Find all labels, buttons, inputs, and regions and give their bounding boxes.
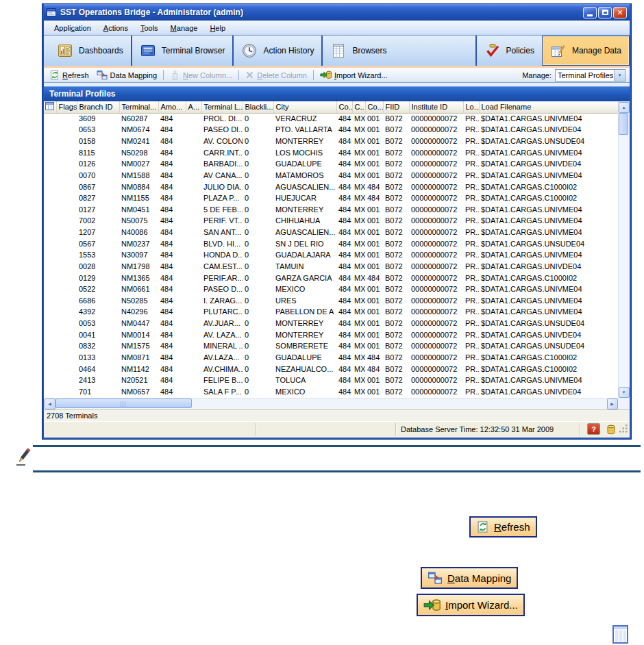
record-count: 2708 Terminals <box>47 412 97 420</box>
tab-dashboards[interactable]: Dashboards <box>49 36 131 66</box>
column-header[interactable]: Terminal L... <box>201 101 243 113</box>
tab-manage-data[interactable]: Manage Data <box>542 36 630 66</box>
resize-grip[interactable] <box>619 424 628 436</box>
column-header[interactable]: Branch ID <box>77 101 119 113</box>
table-cell: 00000000072 <box>409 125 463 136</box>
table-cell: $DATA1.CARGAS.UNIVME04 <box>479 147 618 159</box>
table-row[interactable]: 0133NM0871484AV.LAZA...0GUADALUPE484MX48… <box>44 352 618 364</box>
tab-terminal-browser[interactable]: Terminal Browser <box>132 36 233 66</box>
data-mapping-label: Data Mapping <box>110 71 158 79</box>
tab-policies[interactable]: Policies <box>477 36 542 66</box>
column-header[interactable]: Flags <box>56 101 77 113</box>
table-row[interactable]: 0126NM0027484BARBADI...0GUADALUPE484MX00… <box>44 159 618 170</box>
scroll-right-button[interactable]: ▶ <box>607 399 618 409</box>
scroll-down-button[interactable]: ▼ <box>619 387 630 398</box>
refresh-callout-button[interactable]: Refresh <box>469 516 537 538</box>
vertical-scroll-track[interactable] <box>618 113 630 386</box>
column-chooser-header[interactable] <box>44 101 56 113</box>
table-row[interactable]: 0129NM1365484PERIF.AR...0GARZA GARCIA484… <box>44 273 618 284</box>
menu-item-actions[interactable]: Actions <box>97 23 134 34</box>
menu-item-tools[interactable]: Tools <box>134 23 164 34</box>
table-cell: B072 <box>383 181 409 193</box>
table-cell: MX <box>352 204 365 216</box>
column-header[interactable]: A... <box>186 101 201 113</box>
scroll-left-button[interactable]: ◀ <box>45 399 55 409</box>
column-header[interactable]: City <box>273 101 336 113</box>
table-row[interactable]: 0127NM04514845 DE FEB...0MONTERREY484MX0… <box>44 204 618 216</box>
column-header[interactable]: FIID <box>383 101 409 113</box>
table-cell: 001 <box>365 261 383 273</box>
table-cell: 484 <box>158 295 186 307</box>
table-row[interactable]: 0070NM1588484AV CANA...0MATAMOROS484MX00… <box>44 170 618 181</box>
column-header[interactable]: Load Filename <box>479 101 618 113</box>
table-row[interactable]: 0053NM0447484AV.JUAR...0MONTERREY484MX00… <box>44 318 618 329</box>
column-header[interactable]: Terminal... <box>119 101 158 113</box>
minimize-button[interactable] <box>583 7 597 18</box>
table-row[interactable]: 3609N60287484PROL. DI...0VERACRUZ484MX00… <box>44 113 618 125</box>
menu-item-manage[interactable]: Manage <box>164 23 204 34</box>
table-row[interactable]: 0028NM1798484CAM.EST...0TAMUIN484MX001B0… <box>44 261 618 273</box>
table-cell: 1553 <box>77 250 119 262</box>
close-button[interactable]: ✕ <box>613 7 627 18</box>
data-mapping-callout-label: Data Mapping <box>447 572 511 584</box>
table-row[interactable]: 7002N50075484PERIF. VT...0CHIHUAHUA484MX… <box>44 216 618 227</box>
delete-column-button[interactable]: Delete Column <box>243 70 310 80</box>
data-mapping-callout-button[interactable]: Data Mapping <box>421 567 518 589</box>
table-row[interactable]: 0653NM0674484PASEO DI...0PTO. VALLARTA48… <box>44 125 618 136</box>
table-cell: 0 <box>243 273 273 284</box>
column-header[interactable]: Lo... <box>463 101 479 113</box>
table-row[interactable]: 2413N20521484FELIPE B...0TOLUCA484MX001B… <box>44 375 618 386</box>
horizontal-scrollbar[interactable]: ◀ ▶ <box>44 398 618 409</box>
table-cell: PR... <box>463 352 479 364</box>
dropdown-arrow-icon[interactable]: ▼ <box>614 70 625 81</box>
column-header[interactable]: Institute ID <box>409 101 463 113</box>
new-column-button[interactable]: New Column... <box>167 69 235 81</box>
table-cell: 484 <box>365 192 383 204</box>
table-cell <box>44 125 56 136</box>
import-wizard-callout-button[interactable]: Import Wizard... <box>417 594 525 616</box>
table-row[interactable]: 0832NM1575484MINERAL ...0SOMBRERETE484MX… <box>44 341 618 353</box>
horizontal-scroll-thumb[interactable] <box>55 399 192 408</box>
table-row[interactable]: 1553N30097484HONDA D...0GUADALAJARA484MX… <box>44 250 618 262</box>
help-icon[interactable]: ? <box>587 423 600 435</box>
table-row[interactable]: 0522NM0661484PASEO D...0MEXICO484MX001B0… <box>44 283 618 295</box>
column-header[interactable]: Blackli... <box>243 101 273 113</box>
vertical-scroll-thumb[interactable] <box>619 113 628 135</box>
manage-dropdown[interactable]: Terminal Profiles ▼ <box>555 69 626 81</box>
table-cell: 484 <box>158 386 186 398</box>
table-row[interactable]: 4392N40296484PLUTARC...0PABELLON DE A484… <box>44 307 618 318</box>
table-cell <box>186 329 201 341</box>
table-row[interactable]: 0567NM0237484BLVD. HI...0SN J DEL RIO484… <box>44 238 618 250</box>
table-cell <box>56 307 77 318</box>
vertical-scrollbar[interactable]: ▲ ▼ <box>618 101 630 398</box>
maximize-button[interactable] <box>598 7 612 18</box>
table-cell: GUADALUPE <box>273 159 336 170</box>
table-cell: 001 <box>365 318 383 329</box>
column-header[interactable]: C.. <box>352 101 365 113</box>
table-row[interactable]: 0158NM0241484AV. COLON0MONTERREY484MX001… <box>44 136 618 147</box>
table-cell <box>44 307 56 318</box>
table-row[interactable]: 6686N50285484I. ZARAG...0URES484MX001B07… <box>44 295 618 307</box>
menu-item-help[interactable]: Help <box>203 23 232 34</box>
table-row[interactable]: 0827NM1155484PLAZA P...0HUEJUCAR484MX484… <box>44 192 618 204</box>
scroll-up-button[interactable]: ▲ <box>619 102 630 113</box>
table-row[interactable]: 0867NM0884484JULIO DIA...0AGUASCALIEN...… <box>44 181 618 193</box>
tab-action-history[interactable]: Action History <box>234 36 321 66</box>
table-row[interactable]: 8115N50298484CARR.INT...0LOS MOCHIS484MX… <box>44 147 618 159</box>
table-cell: NM0014 <box>119 329 158 341</box>
table-cell <box>56 159 77 170</box>
horizontal-scroll-track[interactable] <box>55 398 606 409</box>
table-row[interactable]: 701NM0657484SALA F P...0MEXICO484MX001B0… <box>44 386 618 398</box>
table-row[interactable]: 0464NM1142484AV.CHIMA...0NEZAHUALCO...48… <box>44 364 618 375</box>
data-mapping-button[interactable]: Data Mapping <box>94 69 160 81</box>
menu-item-application[interactable]: Application <box>48 23 97 34</box>
column-header[interactable]: Co... <box>365 101 383 113</box>
import-wizard-button[interactable]: Import Wizard... <box>317 69 391 81</box>
table-row[interactable]: 0041NM0014484AV. LAZA...0MONTERREY484MX0… <box>44 329 618 341</box>
title-bar[interactable]: SST Operations Bridge - Administrator (a… <box>44 4 630 21</box>
table-row[interactable]: 1207N40086484SAN ANT...0AGUASCALIEN...48… <box>44 227 618 238</box>
column-header[interactable]: Amo... <box>158 101 186 113</box>
refresh-button[interactable]: Refresh <box>47 69 92 81</box>
tab-browsers[interactable]: Browsers <box>323 36 394 66</box>
column-header[interactable]: Co... <box>336 101 352 113</box>
